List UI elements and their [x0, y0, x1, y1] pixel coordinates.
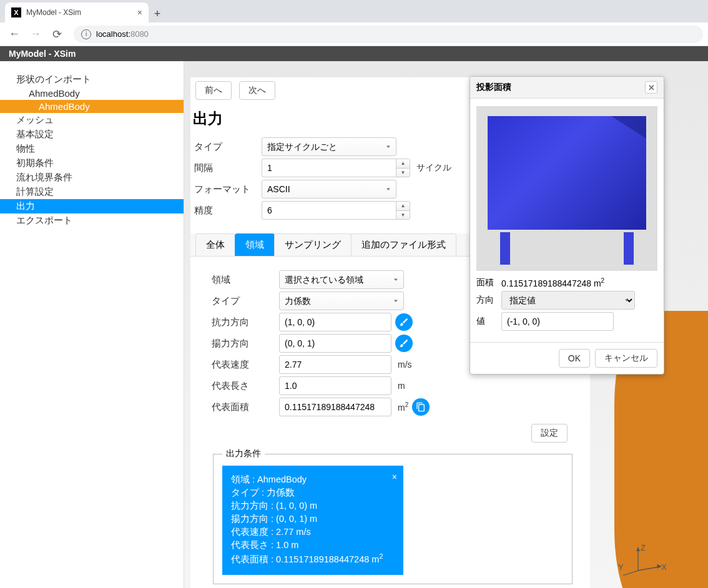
- sidebar-item-mesh[interactable]: メッシュ: [0, 113, 184, 127]
- velocity-input[interactable]: [279, 355, 391, 374]
- velocity-unit: m/s: [398, 360, 412, 370]
- forward-button[interactable]: →: [26, 25, 45, 44]
- area-unit: m2: [398, 401, 408, 413]
- region-type-label: タイプ: [212, 295, 279, 307]
- card-close-icon[interactable]: ×: [392, 471, 397, 483]
- svg-line-1: [638, 567, 659, 571]
- prev-button[interactable]: 前へ: [195, 81, 232, 100]
- dialog-title: 投影面積: [476, 82, 511, 93]
- spin-up-icon[interactable]: ▲: [396, 202, 410, 211]
- sidebar-item-initial-conditions[interactable]: 初期条件: [0, 156, 184, 170]
- next-button[interactable]: 次へ: [239, 81, 275, 100]
- axis-gizmo: Z X Y: [621, 546, 664, 583]
- region-type-select[interactable]: 力係数: [279, 292, 404, 310]
- dlg-value-input[interactable]: [501, 312, 614, 331]
- fieldset-legend: 出力条件: [222, 448, 265, 459]
- tab-additional-files[interactable]: 追加のファイル形式: [351, 233, 456, 256]
- type-label: タイプ: [194, 141, 262, 153]
- sidebar-item-flow-bc[interactable]: 流れ境界条件: [0, 170, 184, 185]
- tab-title: MyModel - XSim: [26, 8, 132, 17]
- lift-label: 揚力方向: [212, 338, 279, 350]
- dlg-area-label: 面積: [476, 277, 501, 288]
- sidebar-item-ahmedbody-group[interactable]: AhmedBody: [0, 87, 184, 100]
- area-label: 代表面積: [212, 401, 279, 413]
- dlg-area-value: 0.11517189188447248 m2: [501, 277, 604, 288]
- spin-down-icon[interactable]: ▼: [396, 211, 410, 220]
- sidebar-item-materials[interactable]: 物性: [0, 142, 184, 156]
- sidebar-item-basic-settings[interactable]: 基本設定: [0, 127, 184, 142]
- browser-tab[interactable]: X MyModel - XSim ×: [5, 2, 149, 22]
- interval-input[interactable]: [262, 159, 396, 177]
- dlg-direction-label: 方向: [476, 295, 501, 306]
- reload-button[interactable]: ⟳: [47, 25, 66, 44]
- drag-input[interactable]: [279, 313, 391, 331]
- spin-up-icon[interactable]: ▲: [396, 159, 410, 169]
- svg-line-2: [623, 571, 638, 576]
- region-select[interactable]: 選択されている領域: [279, 270, 404, 289]
- address-host: localhost:: [96, 29, 130, 39]
- site-info-icon[interactable]: i: [81, 29, 91, 39]
- format-label: フォーマット: [194, 184, 262, 195]
- svg-marker-3: [636, 547, 640, 551]
- condition-card: × 領域 : AhmedBody タイプ : 力係数 抗力方向 : (1, 0,…: [222, 466, 403, 575]
- interval-unit: サイクル: [416, 162, 451, 174]
- format-select[interactable]: ASCII: [262, 180, 396, 198]
- sidebar-item-export[interactable]: エクスポート: [0, 213, 184, 228]
- new-tab-button[interactable]: +: [149, 5, 166, 22]
- type-select[interactable]: 指定サイクルごと: [262, 137, 396, 156]
- projection-preview: [476, 106, 657, 271]
- interval-label: 間隔: [194, 162, 262, 174]
- length-unit: m: [398, 381, 405, 391]
- precision-label: 精度: [194, 205, 262, 217]
- region-label: 領域: [212, 274, 279, 286]
- brush-icon[interactable]: [395, 335, 413, 352]
- sidebar-item-import-shape[interactable]: 形状のインポート: [0, 72, 184, 87]
- sidebar-item-solver-settings[interactable]: 計算設定: [0, 185, 184, 199]
- projected-area-dialog[interactable]: 投影面積 ✕ 面積 0.11517189188447248 m2 方向 指定値: [470, 76, 664, 375]
- sidebar: 形状のインポート AhmedBody AhmedBody メッシュ 基本設定 物…: [0, 61, 184, 588]
- precision-input[interactable]: [262, 201, 396, 220]
- app-title: MyModel - XSim: [0, 46, 708, 61]
- drag-label: 抗力方向: [212, 316, 279, 328]
- lift-input[interactable]: [279, 334, 391, 353]
- brush-icon[interactable]: [395, 313, 413, 331]
- address-bar[interactable]: i localhost:8080: [74, 26, 703, 43]
- dialog-ok-button[interactable]: OK: [559, 349, 590, 368]
- velocity-label: 代表速度: [212, 359, 279, 371]
- clipboard-icon[interactable]: [412, 398, 430, 416]
- tab-region[interactable]: 領域: [235, 233, 275, 256]
- tab-close-icon[interactable]: ×: [137, 7, 142, 17]
- set-button[interactable]: 設定: [531, 424, 568, 443]
- address-port: 8080: [130, 29, 149, 39]
- dlg-value-label: 値: [476, 316, 501, 327]
- sidebar-item-ahmedbody[interactable]: AhmedBody: [0, 100, 184, 113]
- spin-down-icon[interactable]: ▼: [396, 169, 410, 177]
- dialog-close-icon[interactable]: ✕: [645, 81, 657, 94]
- output-conditions-fieldset: 出力条件 × 領域 : AhmedBody タイプ : 力係数 抗力方向 : (…: [213, 454, 573, 584]
- length-input[interactable]: [279, 376, 391, 395]
- tab-sampling[interactable]: サンプリング: [274, 233, 352, 256]
- dialog-cancel-button[interactable]: キャンセル: [595, 349, 657, 368]
- sidebar-item-output[interactable]: 出力: [0, 199, 184, 213]
- length-label: 代表長さ: [212, 380, 279, 392]
- back-button[interactable]: ←: [5, 25, 24, 44]
- dlg-direction-select[interactable]: 指定値: [501, 291, 635, 310]
- area-input[interactable]: [279, 398, 391, 416]
- tab-all[interactable]: 全体: [195, 233, 235, 256]
- favicon: X: [11, 7, 21, 17]
